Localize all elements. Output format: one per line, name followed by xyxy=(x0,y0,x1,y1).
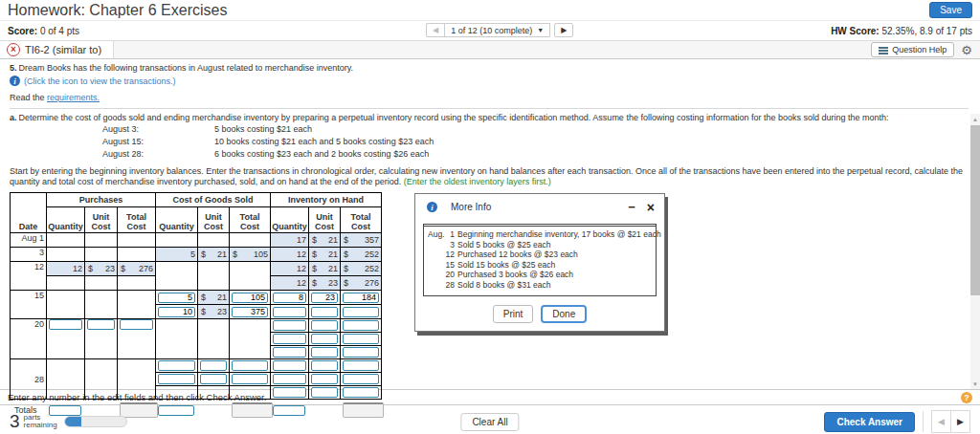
inv-total-input[interactable] xyxy=(343,374,379,384)
inv-total-input-cell xyxy=(341,291,382,305)
cogs-qty-input-cell xyxy=(156,291,198,305)
inv-qty-input-cell xyxy=(271,386,309,400)
vertical-scrollbar[interactable]: ▲ ▼ xyxy=(970,114,980,389)
inv-qty-input[interactable] xyxy=(273,387,306,398)
gear-icon[interactable]: ⚙ xyxy=(961,43,972,57)
help-icon[interactable]: ? xyxy=(961,392,972,403)
inv-total-input[interactable] xyxy=(343,360,379,371)
inv-unit-input[interactable] xyxy=(311,374,338,384)
cogs-header: Cost of Goods Sold xyxy=(156,193,271,207)
next-part-button[interactable]: ▶ xyxy=(950,410,970,433)
done-button[interactable]: Done xyxy=(541,305,587,323)
footer-bar: 3 partsremaining Clear All Check Answer … xyxy=(0,405,980,434)
total-cost-header: TotalCost xyxy=(230,207,271,233)
perpetual-inventory-table: Date Purchases Cost of Goods Sold Invent… xyxy=(10,192,382,400)
inv-qty-input[interactable] xyxy=(273,374,306,384)
question-select-dropdown[interactable]: 1 of 12 (10 complete) ▼ xyxy=(444,23,550,37)
minimize-icon[interactable]: − xyxy=(628,204,635,211)
print-button[interactable]: Print xyxy=(493,305,534,323)
table-row-aug15: 15 $21 xyxy=(11,291,382,305)
parts-remaining-count: 3 xyxy=(10,411,20,432)
date-cell: 28 xyxy=(11,359,47,400)
inv-total-input[interactable] xyxy=(343,307,379,317)
inv-qty-input[interactable] xyxy=(273,307,306,317)
cogs-qty-input[interactable] xyxy=(158,360,195,371)
prev-part-button[interactable]: ◀ xyxy=(931,410,950,433)
next-question-button[interactable]: ▶ xyxy=(554,23,573,37)
clear-all-button[interactable]: Clear All xyxy=(460,413,519,431)
inventory-header: Inventory on Hand xyxy=(271,193,382,207)
inv-unit-input-cell xyxy=(309,305,341,319)
question-help-button[interactable]: Question Help xyxy=(871,42,954,57)
instructions-note: (Enter the oldest inventory layers first… xyxy=(404,177,551,186)
unit-cost-header: UnitCost xyxy=(198,207,230,233)
inv-total-cell: $357 xyxy=(341,233,382,248)
cogs-qty-input[interactable] xyxy=(158,307,195,317)
inv-qty-input[interactable] xyxy=(273,320,306,331)
date-header: Date xyxy=(11,193,47,233)
pur-qty-input[interactable] xyxy=(49,319,82,330)
inv-total-input[interactable] xyxy=(343,293,379,303)
part-a-section: a.Determine the cost of goods sold and e… xyxy=(10,108,969,187)
inv-total-cell: $252 xyxy=(341,262,382,276)
scroll-down-icon[interactable]: ▼ xyxy=(970,379,980,389)
inv-total-cell: $276 xyxy=(341,276,382,291)
inv-total-input[interactable] xyxy=(343,334,379,344)
info-icon[interactable]: i xyxy=(10,76,20,86)
cogs-total-input[interactable] xyxy=(232,293,268,303)
inv-qty-cell: 17 xyxy=(271,233,309,248)
prev-question-button[interactable]: ◀ xyxy=(426,23,444,37)
inv-unit-input-cell xyxy=(309,291,341,305)
pur-total-input[interactable] xyxy=(120,319,153,330)
quantity-header: Quantity xyxy=(47,207,85,233)
check-answer-button[interactable]: Check Answer xyxy=(824,412,915,432)
cogs-total-input[interactable] xyxy=(232,374,268,384)
inv-qty-input-cell xyxy=(271,333,309,346)
scroll-up-icon[interactable]: ▲ xyxy=(970,114,980,124)
inv-unit-input[interactable] xyxy=(311,347,338,358)
inv-qty-input[interactable] xyxy=(273,347,306,358)
inv-unit-input[interactable] xyxy=(311,293,338,303)
inv-qty-input-cell xyxy=(271,291,309,305)
requirements-link[interactable]: requirements. xyxy=(47,93,100,102)
inv-unit-input[interactable] xyxy=(311,307,338,317)
inv-qty-input[interactable] xyxy=(273,360,306,371)
scrollbar-thumb[interactable] xyxy=(970,125,980,295)
cogs-qty-input[interactable] xyxy=(158,293,195,303)
inv-unit-input[interactable] xyxy=(311,360,338,371)
score-bar: Score: 0 of 4 pts ◀ 1 of 12 (10 complete… xyxy=(0,21,980,41)
inv-qty-input-cell xyxy=(271,319,309,333)
transaction-item: 20Purchased 3 books @ $26 each xyxy=(428,270,652,280)
divider xyxy=(923,411,924,432)
inv-unit-input[interactable] xyxy=(311,387,338,398)
click-note-row: i (Click the icon to view the transactio… xyxy=(10,76,980,86)
transactions-list: Aug.1Beginning merchandise inventory, 17… xyxy=(423,224,657,296)
inv-total-input[interactable] xyxy=(343,320,379,331)
close-icon[interactable]: × xyxy=(647,203,655,212)
cogs-qty-input[interactable] xyxy=(158,374,195,384)
pur-unit-input[interactable] xyxy=(87,319,115,330)
cogs-total-input[interactable] xyxy=(232,307,268,317)
inv-unit-input-cell xyxy=(309,373,341,386)
inv-unit-input[interactable] xyxy=(311,320,338,331)
inv-unit-cell: $23 xyxy=(309,276,341,291)
inv-total-input[interactable] xyxy=(343,387,379,398)
list-icon xyxy=(879,46,888,54)
cogs-total-input-cell xyxy=(230,291,271,305)
inv-total-input-cell xyxy=(341,319,382,333)
inv-unit-input-cell xyxy=(309,386,341,400)
prev-arrow-icon: ◀ xyxy=(433,26,438,34)
inv-qty-input[interactable] xyxy=(273,293,306,303)
save-button[interactable]: Save xyxy=(929,2,972,18)
cogs-unit-input[interactable] xyxy=(200,360,227,371)
cogs-total-input[interactable] xyxy=(232,360,268,371)
inv-unit-input-cell xyxy=(309,346,341,359)
inv-unit-input[interactable] xyxy=(311,334,338,344)
inv-total-input[interactable] xyxy=(343,347,379,358)
inv-qty-input[interactable] xyxy=(273,334,306,344)
cogs-unit-input[interactable] xyxy=(200,374,227,384)
pur-unit-cell: $23 xyxy=(85,262,118,276)
transaction-item: 28Sold 8 books @ $31 each xyxy=(428,280,652,291)
dialog-header[interactable]: i More Info − × xyxy=(415,194,664,218)
transaction-item: 3Sold 5 books @ $25 each xyxy=(428,240,652,250)
